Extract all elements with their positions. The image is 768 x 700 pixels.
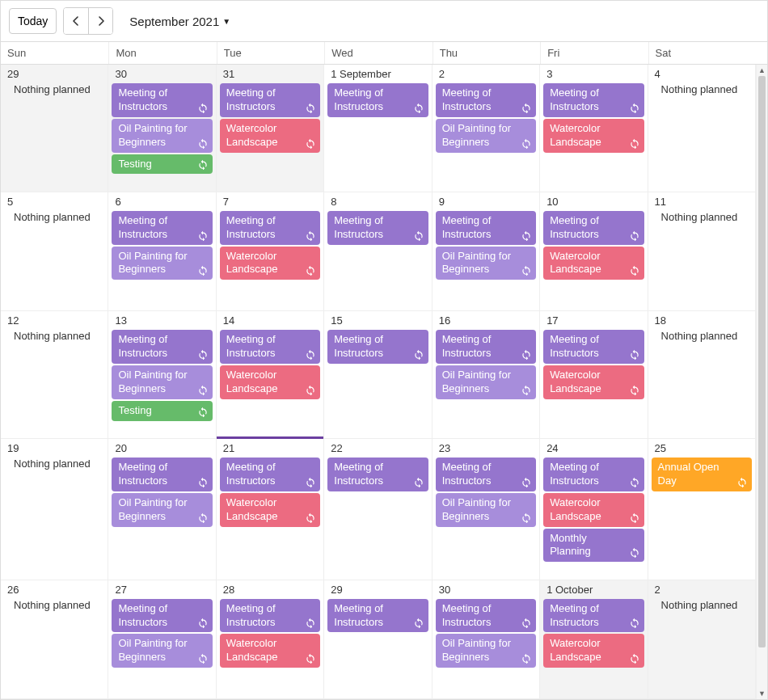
day-cell[interactable]: 21Meeting of InstructorsWatercolor Lands…: [217, 439, 324, 580]
event-water[interactable]: Watercolor Landscape: [543, 119, 644, 153]
event-planning[interactable]: Monthly Planning: [543, 529, 644, 563]
event-oil[interactable]: Oil Painting for Beginners: [112, 634, 212, 668]
day-cell[interactable]: 11Nothing planned: [648, 192, 756, 311]
event-water[interactable]: Watercolor Landscape: [543, 247, 644, 280]
day-cell[interactable]: 19Nothing planned: [1, 439, 108, 580]
day-cell[interactable]: 14Meeting of InstructorsWatercolor Lands…: [217, 311, 324, 439]
event-meeting[interactable]: Meeting of Instructors: [327, 83, 428, 117]
day-cell[interactable]: 26Nothing planned: [1, 580, 108, 699]
day-cell[interactable]: 25Annual Open Day: [648, 439, 756, 580]
event-meeting[interactable]: Meeting of Instructors: [543, 211, 644, 245]
caret-down-icon: ▼: [758, 689, 766, 698]
event-meeting[interactable]: Meeting of Instructors: [112, 330, 212, 364]
day-cell[interactable]: 4Nothing planned: [648, 65, 756, 192]
event-meeting[interactable]: Meeting of Instructors: [436, 599, 536, 633]
event-testing[interactable]: Testing: [112, 154, 212, 175]
event-meeting[interactable]: Meeting of Instructors: [220, 211, 320, 245]
event-meeting[interactable]: Meeting of Instructors: [220, 83, 320, 117]
recurring-icon: [413, 476, 424, 487]
event-water[interactable]: Watercolor Landscape: [220, 493, 320, 527]
event-meeting[interactable]: Meeting of Instructors: [112, 458, 212, 491]
day-cell[interactable]: 24Meeting of InstructorsWatercolor Lands…: [540, 439, 648, 580]
day-cell[interactable]: 15Meeting of Instructors: [324, 311, 432, 439]
event-oil[interactable]: Oil Painting for Beginners: [112, 493, 212, 527]
event-meeting[interactable]: Meeting of Instructors: [327, 458, 428, 491]
event-water[interactable]: Watercolor Landscape: [220, 247, 320, 280]
event-meeting[interactable]: Meeting of Instructors: [220, 599, 320, 633]
event-meeting[interactable]: Meeting of Instructors: [436, 330, 536, 364]
event-meeting[interactable]: Meeting of Instructors: [327, 330, 428, 364]
day-cell[interactable]: 30Meeting of InstructorsOil Painting for…: [108, 65, 216, 192]
day-cell[interactable]: 10Meeting of InstructorsWatercolor Lands…: [540, 192, 648, 311]
event-oil[interactable]: Oil Painting for Beginners: [436, 634, 536, 668]
event-oil[interactable]: Oil Painting for Beginners: [436, 365, 536, 399]
event-oil[interactable]: Oil Painting for Beginners: [436, 493, 536, 527]
event-oil[interactable]: Oil Painting for Beginners: [112, 247, 212, 280]
event-openday[interactable]: Annual Open Day: [652, 458, 752, 491]
day-cell[interactable]: 1 SeptemberMeeting of Instructors: [324, 65, 432, 192]
day-cell[interactable]: 27Meeting of InstructorsOil Painting for…: [108, 580, 216, 699]
day-cell[interactable]: 13Meeting of InstructorsOil Painting for…: [108, 311, 216, 439]
event-meeting[interactable]: Meeting of Instructors: [220, 458, 320, 491]
event-water[interactable]: Watercolor Landscape: [220, 634, 320, 668]
day-cell[interactable]: 29Nothing planned: [1, 65, 108, 192]
day-cell[interactable]: 18Nothing planned: [648, 311, 756, 439]
day-cell[interactable]: 17Meeting of InstructorsWatercolor Lands…: [540, 311, 648, 439]
event-water[interactable]: Watercolor Landscape: [543, 493, 644, 527]
event-label: Oil Painting for Beginners: [118, 122, 187, 148]
event-testing[interactable]: Testing: [112, 401, 212, 421]
event-meeting[interactable]: Meeting of Instructors: [436, 211, 536, 245]
event-meeting[interactable]: Meeting of Instructors: [327, 599, 428, 633]
nothing-planned-label: Nothing planned: [652, 330, 752, 342]
event-water[interactable]: Watercolor Landscape: [543, 365, 644, 399]
day-cell[interactable]: 1 OctoberMeeting of InstructorsWatercolo…: [540, 580, 648, 699]
event-meeting[interactable]: Meeting of Instructors: [112, 83, 212, 117]
scroll-down-button[interactable]: ▼: [757, 688, 767, 699]
day-cell[interactable]: 3Meeting of InstructorsWatercolor Landsc…: [540, 65, 648, 192]
event-meeting[interactable]: Meeting of Instructors: [436, 458, 536, 491]
event-meeting[interactable]: Meeting of Instructors: [112, 211, 212, 245]
event-meeting[interactable]: Meeting of Instructors: [220, 330, 320, 364]
event-meeting[interactable]: Meeting of Instructors: [112, 599, 212, 633]
day-cell[interactable]: 2Meeting of InstructorsOil Painting for …: [433, 65, 540, 192]
day-cell[interactable]: 20Meeting of InstructorsOil Painting for…: [108, 439, 216, 580]
next-button[interactable]: [88, 8, 112, 34]
event-label: Meeting of Instructors: [226, 86, 276, 112]
day-cell[interactable]: 23Meeting of InstructorsOil Painting for…: [433, 439, 540, 580]
event-meeting[interactable]: Meeting of Instructors: [543, 599, 644, 633]
event-meeting[interactable]: Meeting of Instructors: [327, 211, 428, 245]
scroll-thumb[interactable]: [758, 76, 766, 647]
day-header: Thu: [433, 42, 540, 64]
day-cell[interactable]: 6Meeting of InstructorsOil Painting for …: [108, 192, 216, 311]
scrollbar[interactable]: ▲ ▼: [756, 65, 767, 699]
today-button[interactable]: Today: [9, 8, 57, 34]
day-cell[interactable]: 12Nothing planned: [1, 311, 108, 439]
event-oil[interactable]: Oil Painting for Beginners: [112, 365, 212, 399]
day-cell[interactable]: 2Nothing planned: [648, 580, 756, 699]
day-cell[interactable]: 7Meeting of InstructorsWatercolor Landsc…: [217, 192, 324, 311]
recurring-icon: [197, 406, 209, 417]
month-picker[interactable]: September 2021 ▼: [129, 15, 230, 28]
day-cell[interactable]: 31Meeting of InstructorsWatercolor Lands…: [217, 65, 324, 192]
event-meeting[interactable]: Meeting of Instructors: [543, 330, 644, 364]
event-meeting[interactable]: Meeting of Instructors: [543, 458, 644, 491]
day-cell[interactable]: 8Meeting of Instructors: [324, 192, 432, 311]
prev-button[interactable]: [64, 8, 88, 34]
day-cell[interactable]: 22Meeting of Instructors: [324, 439, 432, 580]
event-oil[interactable]: Oil Painting for Beginners: [436, 119, 536, 153]
event-label: Watercolor Landscape: [550, 122, 601, 148]
day-cell[interactable]: 5Nothing planned: [1, 192, 108, 311]
event-meeting[interactable]: Meeting of Instructors: [436, 83, 536, 117]
day-cell[interactable]: 30Meeting of InstructorsOil Painting for…: [433, 580, 540, 699]
event-oil[interactable]: Oil Painting for Beginners: [112, 119, 212, 153]
event-water[interactable]: Watercolor Landscape: [220, 365, 320, 399]
scroll-up-button[interactable]: ▲: [757, 65, 767, 76]
day-cell[interactable]: 9Meeting of InstructorsOil Painting for …: [433, 192, 540, 311]
day-cell[interactable]: 28Meeting of InstructorsWatercolor Lands…: [217, 580, 324, 699]
event-water[interactable]: Watercolor Landscape: [220, 119, 320, 153]
event-water[interactable]: Watercolor Landscape: [543, 634, 644, 668]
day-cell[interactable]: 29Meeting of Instructors: [324, 580, 432, 699]
day-cell[interactable]: 16Meeting of InstructorsOil Painting for…: [433, 311, 540, 439]
event-meeting[interactable]: Meeting of Instructors: [543, 83, 644, 117]
event-oil[interactable]: Oil Painting for Beginners: [436, 247, 536, 280]
